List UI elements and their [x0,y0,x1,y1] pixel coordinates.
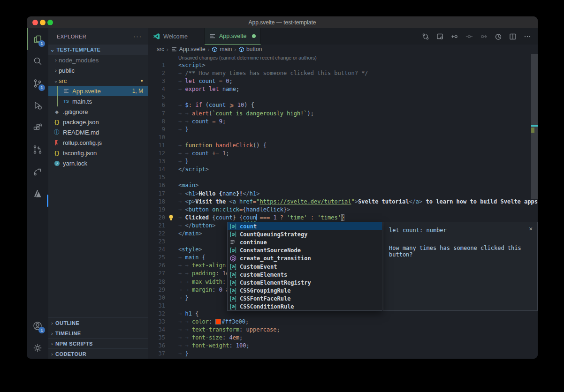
section-codetour[interactable]: ›CODETOUR [48,348,148,359]
close-window-button[interactable] [32,20,38,25]
line-number[interactable]: 21 [148,222,165,230]
suggestion-customevent[interactable]: CustomEvent [228,263,382,271]
line-number[interactable]: 2 [148,69,165,77]
suggestion-cssfontfacerule[interactable]: CSSFontFaceRule [228,295,382,303]
tree-item-main-ts[interactable]: TSmain.ts [48,96,148,106]
code-line[interactable]: 32→ h1 { [148,310,538,318]
line-number[interactable]: 29 [148,286,165,294]
suggestion-cssgroupingrule[interactable]: CSSGroupingRule [228,287,382,295]
line-number[interactable]: 11 [148,142,165,150]
tree-item-src[interactable]: ⌄src● [48,75,148,86]
line-number[interactable]: 23 [148,238,165,246]
line-number[interactable]: 33 [148,318,165,326]
tree-root-folder[interactable]: ⌄ TEST-TEMPLATE [48,45,148,55]
tree-item-app-svelte[interactable]: App.svelte1, M [48,86,148,96]
line-number[interactable]: 7 [148,110,165,118]
line-number[interactable]: 6 [148,101,165,109]
tree-item-package-json[interactable]: {}package.json [48,117,148,127]
line-number[interactable]: 10 [148,134,165,142]
code-line[interactable]: 1<script> [148,61,538,69]
line-number[interactable]: 18 [148,198,165,206]
live-share-icon[interactable] [27,160,48,182]
suggestion-customelementregistry[interactable]: CustomElementRegistry [228,279,382,286]
tree-item-yarn-lock[interactable]: yarn.lock [48,158,148,168]
breadcrumb-button[interactable]: button [238,46,262,53]
suggestion-create_out_transition[interactable]: create_out_transition [228,255,382,263]
line-number[interactable]: 31 [148,302,165,310]
code-line[interactable]: 8→ → count = 9; [148,118,538,126]
suggestion-customelements[interactable]: customElements [228,271,382,279]
line-number[interactable]: 26 [148,262,165,270]
code-line[interactable]: 3→ let count = 0; [148,77,538,85]
breadcrumb-src[interactable]: src [157,46,164,53]
code-line[interactable]: 7→ → alert(`count is dangerously high!`)… [148,110,538,118]
tree-item-node-modules[interactable]: ›node_modules [48,55,148,65]
extensions-icon[interactable] [27,116,48,138]
code-line[interactable]: 20→ Clicked {count} {coun === 1 ? 'time'… [148,214,538,222]
editor-scrollbar[interactable] [531,54,538,199]
line-number[interactable]: 5 [148,93,165,101]
suggestion-constantsourcenode[interactable]: ConstantSourceNode [228,247,382,255]
line-number[interactable]: 12 [148,150,165,158]
run-debug-icon[interactable] [27,94,48,116]
code-line[interactable]: 19→ <button on:click={handleClick}> [148,206,538,214]
account-icon[interactable]: 1 [27,315,48,337]
line-number[interactable]: 28 [148,278,165,286]
code-line[interactable]: 5 [148,93,538,101]
file-history-icon[interactable] [495,33,502,40]
line-number[interactable]: 25 [148,254,165,262]
search-icon[interactable] [27,50,48,72]
zoom-window-button[interactable] [47,20,53,25]
code-line[interactable]: 16<main> [148,181,538,189]
code-line[interactable]: 6→ $: if (count ⩾ 10) { [148,101,538,109]
pull-request-icon[interactable] [27,138,48,160]
code-line[interactable]: 13→ } [148,158,538,166]
code-line[interactable]: 9→ } [148,126,538,134]
code-line[interactable]: 17→ <h1>Hello {name}!</h1> [148,190,538,198]
previous-change-icon[interactable] [451,33,458,40]
code-line[interactable]: 36→ → font-weight: 100; [148,342,538,350]
line-number[interactable]: 32 [148,310,165,318]
line-number[interactable]: 30 [148,294,165,302]
line-number[interactable]: 16 [148,181,165,189]
code-line[interactable]: 14</script> [148,166,538,173]
explorer-more-actions-icon[interactable]: ··· [133,33,142,40]
line-number[interactable]: 27 [148,270,165,278]
line-number[interactable]: 9 [148,126,165,134]
line-number[interactable]: 34 [148,326,165,334]
code-line[interactable]: 2→ /** How many times has someone clicke… [148,69,538,77]
next-change-icon[interactable] [480,33,488,40]
open-changes-icon[interactable] [422,33,429,40]
line-number[interactable]: 24 [148,246,165,254]
line-number[interactable]: 19 [148,206,165,214]
suggestion-count[interactable]: count [228,222,382,230]
suggestion-countqueuingstrategy[interactable]: CountQueuingStrategy [228,230,382,238]
tree-item--gitignore[interactable]: ◆.gitignore [48,106,148,117]
line-number[interactable]: 35 [148,334,165,342]
settings-gear-icon[interactable] [27,337,48,359]
line-number[interactable]: 13 [148,158,165,166]
section-timeline[interactable]: ›TIMELINE [48,328,148,338]
lightbulb-icon[interactable] [168,214,174,221]
code-line[interactable]: 35→ → font-size: 4em; [148,334,538,342]
tree-item-readme-md[interactable]: ⓘREADME.md [48,127,148,137]
current-change-icon[interactable] [465,33,473,40]
section-outline[interactable]: ›OUTLINE [48,317,148,328]
azure-icon[interactable] [27,182,48,204]
close-icon[interactable]: ✕ [529,225,533,232]
line-number[interactable]: 14 [148,166,165,173]
code-line[interactable]: 12→ → count += 1; [148,150,538,158]
line-number[interactable]: 4 [148,85,165,93]
line-number[interactable]: 37 [148,350,165,358]
line-number[interactable]: 8 [148,118,165,126]
line-number[interactable]: 20 [148,214,165,222]
line-number[interactable]: 22 [148,230,165,238]
code-line[interactable]: 34→ → text-transform: uppercase; [148,326,538,334]
line-number[interactable]: 36 [148,342,165,350]
code-line[interactable]: 15 [148,173,538,181]
code-line[interactable]: 37→ } [148,350,538,358]
code-line[interactable]: 11→ function handleClick() { [148,142,538,150]
code-line[interactable]: 18→ <p>Visit the <a href="https://svelte… [148,198,538,206]
explorer-icon[interactable]: 1 [27,28,48,50]
code-line[interactable]: 33→ → color: #ff3e00; [148,318,538,326]
